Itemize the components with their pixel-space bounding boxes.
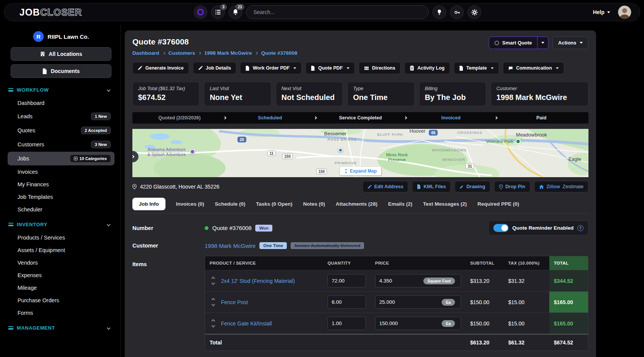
- api-keys-button[interactable]: [450, 5, 464, 19]
- quote-reminder-toggle[interactable]: [493, 224, 509, 232]
- tab-text-messages[interactable]: Text Messages (2): [423, 201, 467, 207]
- document-icon: [417, 184, 421, 189]
- activity-log-button[interactable]: Activity Log: [404, 62, 450, 74]
- chevron-down-icon: [580, 42, 583, 44]
- tab-attachments[interactable]: Attachments (28): [336, 201, 378, 207]
- sidebar-item-products-services[interactable]: Products / Services: [8, 232, 114, 244]
- drawing-button[interactable]: Drawing: [455, 181, 490, 192]
- shield-i20: 20: [237, 137, 246, 143]
- sidebar-item-leads[interactable]: Leads1 New: [8, 109, 114, 123]
- sidebar-item-my-finances[interactable]: My Finances: [8, 178, 114, 190]
- expand-map-button[interactable]: Expand Map: [340, 167, 382, 175]
- breadcrumb-quote[interactable]: Quote #376008: [261, 50, 297, 56]
- button-label: Edit Address: [374, 184, 404, 189]
- progress-step-paid[interactable]: Paid: [497, 115, 585, 121]
- tab-emails[interactable]: Emails (2): [388, 201, 412, 207]
- drop-pin-button[interactable]: Drop Pin: [494, 181, 530, 192]
- reorder-handle[interactable]: [205, 313, 216, 334]
- smart-quote-button[interactable]: Smart Quote: [489, 36, 549, 49]
- sidebar-item-customers[interactable]: Customers3 New: [8, 138, 114, 151]
- tab-invoices[interactable]: Invoices (0): [176, 201, 204, 207]
- kml-files-button[interactable]: KML Files: [412, 181, 451, 192]
- customers-badge: 3 New: [91, 141, 111, 148]
- sidebar-item-forms[interactable]: Forms: [8, 307, 114, 319]
- product-link[interactable]: 2x4 12' Stud (Fencing Material): [221, 278, 295, 284]
- search-input[interactable]: [246, 5, 429, 19]
- inventory-section-header[interactable]: INVENTORY: [5, 216, 117, 231]
- documents-button[interactable]: Documents: [11, 64, 111, 78]
- leads-badge: 1 New: [91, 113, 111, 120]
- sidebar-item-expenses[interactable]: Expenses: [8, 269, 114, 281]
- tab-notes[interactable]: Notes (0): [303, 201, 325, 207]
- sidebar-item-purchase-orders[interactable]: Purchase Orders: [8, 294, 114, 306]
- quote-reminder-box: Quote Reminder Enabled ?: [488, 221, 588, 235]
- summary-cards: Job Total ($61.32 Tax)$674.52 Last Visit…: [132, 82, 588, 106]
- work-order-pdf-button[interactable]: Work Order PDF: [240, 62, 302, 74]
- activity-feed-button[interactable]: 3: [211, 5, 225, 19]
- expand-arrows-icon: [344, 169, 348, 173]
- notifications-button[interactable]: 23: [229, 5, 242, 19]
- job-total-card: Job Total ($61.32 Tax)$674.52: [132, 82, 199, 106]
- breadcrumb-customer-name[interactable]: 1998 Mark McGwire: [204, 50, 252, 56]
- template-button[interactable]: Template: [454, 62, 499, 74]
- edit-address-button[interactable]: Edit Address: [363, 181, 409, 192]
- progress-step-invoiced[interactable]: Invoiced: [407, 115, 495, 121]
- product-link[interactable]: Fence Post: [221, 299, 248, 305]
- help-tooltip-icon[interactable]: ?: [577, 225, 584, 231]
- sidebar-item-scheduler[interactable]: Scheduler: [8, 203, 114, 216]
- user-avatar[interactable]: [618, 5, 631, 19]
- page-title: Quote #376008: [132, 37, 189, 46]
- zillow-zestimate-button[interactable]: Zillow Zestimate: [534, 181, 588, 192]
- col-total: TOTAL: [549, 256, 588, 270]
- generate-invoice-button[interactable]: Generate Invoice: [132, 62, 189, 74]
- progress-step-scheduled[interactable]: Scheduled: [226, 115, 314, 121]
- tab-tasks[interactable]: Tasks (0 Open): [256, 201, 293, 207]
- unit-badge[interactable]: Ea: [442, 299, 455, 306]
- unit-badge[interactable]: Ea: [442, 320, 455, 327]
- quantity-input[interactable]: [328, 274, 366, 287]
- reorder-handle[interactable]: [205, 270, 216, 291]
- button-label: KML Files: [423, 184, 446, 189]
- tab-job-info[interactable]: Job Info: [132, 198, 165, 210]
- sidebar-item-job-templates[interactable]: Job Templates: [8, 191, 114, 203]
- location-map[interactable]: Bessemer ROSS BRIDGE BLUFF PARK Hoover C…: [132, 129, 588, 177]
- customer-link[interactable]: 1998 Mark McGwire: [205, 243, 256, 249]
- documents-label: Documents: [51, 68, 80, 74]
- quote-pdf-button[interactable]: Quote PDF: [305, 62, 355, 74]
- sidebar-item-dashboard[interactable]: Dashboard: [8, 97, 114, 109]
- tab-required-ppe[interactable]: Required PPE (0): [477, 201, 519, 207]
- breadcrumb-customers[interactable]: Customers: [169, 50, 196, 56]
- actions-button[interactable]: Actions: [552, 36, 588, 49]
- progress-step-quoted[interactable]: Quoted (2/20/2026): [135, 115, 224, 121]
- all-locations-button[interactable]: All Locations: [11, 47, 111, 61]
- sidebar-item-assets-equipment[interactable]: Assets / Equipment: [8, 244, 114, 256]
- smart-quote-dropdown[interactable]: [537, 37, 548, 49]
- sidebar-item-quotes[interactable]: Quotes2 Accepted: [8, 124, 114, 137]
- tips-button[interactable]: [433, 5, 446, 19]
- company-switcher[interactable]: R RIIPL Lawn Co.: [5, 31, 117, 42]
- breadcrumb-dashboard[interactable]: Dashboard: [132, 50, 159, 56]
- progress-step-service-completed[interactable]: Service Completed: [316, 115, 405, 121]
- unit-badge[interactable]: Square Foot: [423, 278, 455, 284]
- workflow-section-header[interactable]: WORKFLOW: [5, 81, 117, 97]
- document-icon: [245, 66, 250, 71]
- sidebar-item-invoices[interactable]: Invoices: [8, 166, 114, 178]
- sidebar-item-vendors[interactable]: Vendors: [8, 257, 114, 269]
- item-label: Quotes: [17, 127, 35, 133]
- quantity-input[interactable]: [328, 295, 366, 309]
- quantity-input[interactable]: [328, 317, 366, 330]
- card-value: By The Job: [425, 93, 480, 102]
- product-link[interactable]: Fence Gate Kit/Install: [221, 321, 272, 327]
- reorder-handle[interactable]: [205, 292, 216, 313]
- communication-button[interactable]: Communication: [503, 62, 564, 74]
- directions-button[interactable]: Directions: [359, 62, 401, 74]
- tab-schedule[interactable]: Schedule (0): [215, 201, 245, 207]
- table-row: 2x4 12' Stud (Fencing Material) Square F…: [205, 270, 588, 291]
- smart-target-button[interactable]: [194, 5, 207, 19]
- help-menu[interactable]: Help: [593, 9, 610, 15]
- settings-button[interactable]: [467, 5, 481, 19]
- management-section-header[interactable]: MANAGEMENT: [5, 319, 117, 335]
- job-details-button[interactable]: Job Details: [193, 62, 237, 74]
- sidebar-item-jobs[interactable]: Jobs 10 Categories: [8, 152, 114, 165]
- sidebar-item-mileage[interactable]: Mileage: [8, 282, 114, 294]
